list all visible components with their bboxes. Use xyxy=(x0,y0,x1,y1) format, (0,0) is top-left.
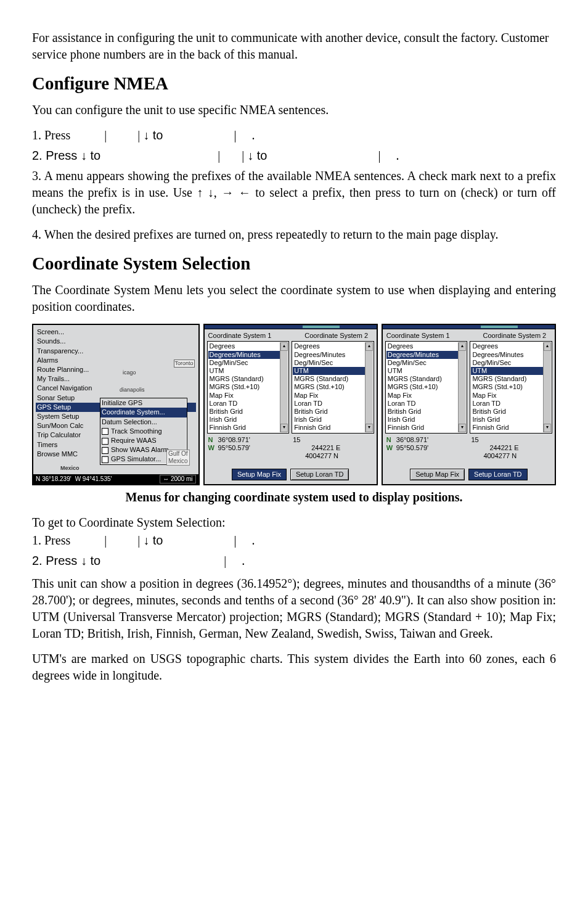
down-arrow-icon: ↓ to xyxy=(247,149,267,162)
setup-loran-td-button[interactable]: Setup Loran TD xyxy=(468,469,527,480)
list-option[interactable]: Finnish Grid xyxy=(208,424,280,432)
list-option[interactable]: Degrees/Minutes xyxy=(471,351,543,359)
setup-map-fix-button[interactable]: Setup Map Fix xyxy=(232,469,287,480)
scroll-up-icon[interactable]: ▴ xyxy=(280,342,288,351)
list-option[interactable]: Finnish Grid xyxy=(471,424,543,432)
nmea-step-2: 2. Press ↓ to | | ↓ to | . xyxy=(32,147,556,164)
menu-item[interactable]: Sounds... xyxy=(36,337,196,346)
utm-easting: 244221 E xyxy=(471,444,551,452)
scrollbar[interactable]: ▴▾ xyxy=(365,342,373,432)
submenu-item[interactable]: Coordinate System... xyxy=(100,408,187,417)
setup-loran-td-button[interactable]: Setup Loran TD xyxy=(290,469,349,480)
list-option[interactable]: Deg/Min/Sec xyxy=(293,359,365,367)
heading-configure-nmea: Configure NMEA xyxy=(32,72,556,96)
list-option[interactable]: Loran TD xyxy=(386,400,459,408)
list-option[interactable]: Finnish Grid xyxy=(293,424,365,432)
list-option[interactable]: Deg/Min/Sec xyxy=(208,359,280,367)
submenu-item[interactable]: Track Smoothing xyxy=(100,427,187,436)
col-header-1: Coordinate System 1 xyxy=(208,332,272,340)
coord-steps-lead: To get to Coordinate System Selection: xyxy=(32,514,556,531)
list-option[interactable]: UTM xyxy=(293,367,365,375)
list-option[interactable]: MGRS (Standard) xyxy=(293,375,365,383)
list-option[interactable]: British Grid xyxy=(471,408,543,416)
scroll-down-icon[interactable]: ▾ xyxy=(544,424,551,432)
list-option[interactable]: Irish Grid xyxy=(386,416,459,424)
list-option[interactable]: Degrees xyxy=(471,342,543,350)
listbox-system-1[interactable]: DegreesDegrees/MinutesDeg/Min/SecUTMMGRS… xyxy=(207,341,290,433)
list-option[interactable]: MGRS (Std.+10) xyxy=(471,383,543,391)
checkbox-icon xyxy=(102,447,108,454)
submenu-item[interactable]: Initialize GPS xyxy=(100,398,187,408)
list-option[interactable]: Irish Grid xyxy=(208,416,280,424)
scrollbar[interactable]: ▴▾ xyxy=(280,342,288,432)
menu-item[interactable]: Alarms xyxy=(36,356,196,365)
submenu-item[interactable]: Require WAAS xyxy=(100,436,187,445)
menu-item[interactable]: Transparency... xyxy=(36,347,196,356)
list-option[interactable]: Loran TD xyxy=(293,400,365,408)
list-option[interactable]: MGRS (Standard) xyxy=(386,375,459,383)
listbox-system-1[interactable]: DegreesDegrees/MinutesDeg/Min/SecUTMMGRS… xyxy=(385,341,468,433)
list-option[interactable]: British Grid xyxy=(208,408,280,416)
step-text: 1. Press xyxy=(32,533,70,547)
list-option[interactable]: Map Fix xyxy=(471,392,543,400)
utm-northing: 4004277 N xyxy=(293,452,373,460)
nmea-step-4: 4. When the desired prefixes are turned … xyxy=(32,226,556,243)
list-option[interactable]: British Grid xyxy=(386,408,459,416)
list-option[interactable]: Loran TD xyxy=(208,400,280,408)
list-option[interactable]: British Grid xyxy=(293,408,365,416)
utm-paragraph: UTM's are marked on USGS topographic cha… xyxy=(32,651,556,684)
list-option[interactable]: Deg/Min/Sec xyxy=(471,359,543,367)
list-option[interactable]: UTM xyxy=(471,367,543,375)
menu-item[interactable]: Route Planning... xyxy=(36,365,196,374)
list-option[interactable]: Degrees/Minutes xyxy=(208,351,280,359)
list-option[interactable]: Irish Grid xyxy=(293,416,365,424)
list-option[interactable]: MGRS (Standard) xyxy=(471,375,543,383)
submenu-item[interactable]: Datum Selection... xyxy=(100,417,187,427)
list-option[interactable]: Degrees/Minutes xyxy=(386,351,459,359)
list-option[interactable]: MGRS (Std.+10) xyxy=(293,383,365,391)
coord-n-label: N xyxy=(386,436,393,444)
list-option[interactable]: Deg/Min/Sec xyxy=(386,359,459,367)
coord-step-1: 1. Press | | ↓ to | . xyxy=(32,532,556,549)
checkbox-icon xyxy=(102,438,108,445)
list-option[interactable]: Map Fix xyxy=(386,392,459,400)
list-option[interactable]: Map Fix xyxy=(293,392,365,400)
panel-titlebar xyxy=(383,325,555,329)
list-option[interactable]: Degrees xyxy=(293,342,365,350)
figure-row: Screen...Sounds...Transparency...AlarmsR… xyxy=(32,324,556,485)
scroll-down-icon[interactable]: ▾ xyxy=(365,424,373,432)
utm-zone: 15 xyxy=(471,436,551,444)
list-option[interactable]: Degrees xyxy=(386,342,459,350)
menu-item[interactable]: Screen... xyxy=(36,327,196,337)
list-option[interactable]: MGRS (Std.+10) xyxy=(208,383,280,391)
scroll-up-icon[interactable]: ▴ xyxy=(365,342,373,351)
scroll-down-icon[interactable]: ▾ xyxy=(280,424,288,432)
utm-northing: 4004277 N xyxy=(471,452,551,460)
scrollbar[interactable]: ▴▾ xyxy=(458,342,466,432)
scroll-down-icon[interactable]: ▾ xyxy=(459,424,466,432)
list-option[interactable]: Degrees xyxy=(208,342,280,350)
coord-desc: The Coordinate System Menu lets you sele… xyxy=(32,282,556,315)
list-option[interactable]: UTM xyxy=(386,367,459,375)
listbox-system-2[interactable]: DegreesDegrees/MinutesDeg/Min/SecUTMMGRS… xyxy=(470,341,552,433)
coord-w-label: W xyxy=(208,444,214,452)
col-header-1: Coordinate System 1 xyxy=(386,332,450,340)
menu-item[interactable]: Cancel Navigation xyxy=(36,384,196,393)
scrollbar[interactable]: ▴▾ xyxy=(543,342,551,432)
list-option[interactable]: MGRS (Std.+10) xyxy=(386,383,459,391)
list-option[interactable]: UTM xyxy=(208,367,280,375)
scroll-up-icon[interactable]: ▴ xyxy=(544,342,551,351)
list-option[interactable]: Irish Grid xyxy=(471,416,543,424)
list-option[interactable]: MGRS (Standard) xyxy=(208,375,280,383)
listbox-system-2[interactable]: DegreesDegrees/MinutesDeg/Min/SecUTMMGRS… xyxy=(292,341,374,433)
menu-item[interactable]: My Trails... xyxy=(36,374,196,384)
checkbox-icon xyxy=(102,428,108,435)
list-option[interactable]: Map Fix xyxy=(208,392,280,400)
list-option[interactable]: Finnish Grid xyxy=(386,424,459,432)
screenshot-coord-panel-a: Coordinate System 1 Coordinate System 2 … xyxy=(203,324,378,485)
list-option[interactable]: Loran TD xyxy=(471,400,543,408)
setup-map-fix-button[interactable]: Setup Map Fix xyxy=(410,469,465,480)
list-option[interactable]: Degrees/Minutes xyxy=(293,351,365,359)
scroll-up-icon[interactable]: ▴ xyxy=(459,342,466,351)
checkbox-icon xyxy=(102,456,108,463)
